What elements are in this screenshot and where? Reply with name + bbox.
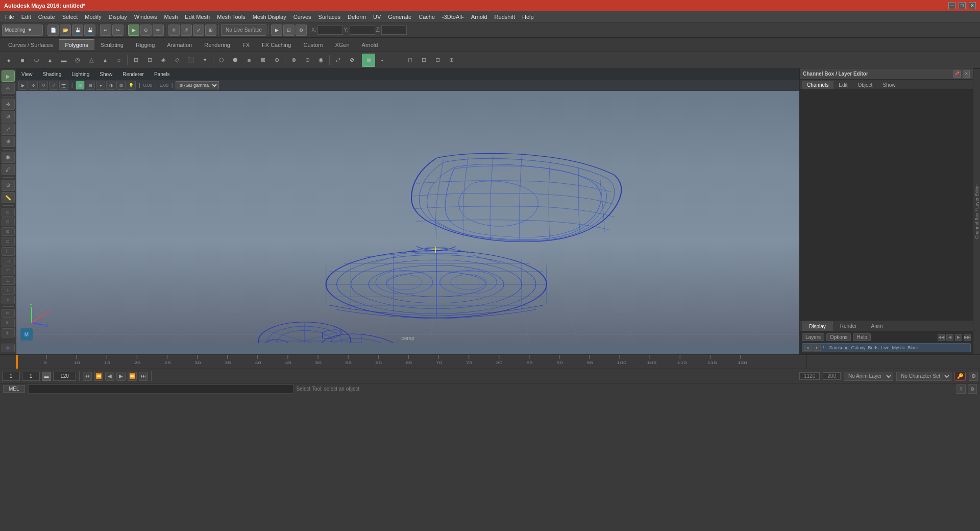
playback-indicator[interactable]: ▬ bbox=[42, 372, 51, 381]
menu-item-edit-mesh[interactable]: Edit Mesh bbox=[182, 13, 213, 21]
tab-arnold[interactable]: Arnold bbox=[356, 40, 384, 50]
layer-playback-indicator[interactable]: P bbox=[814, 345, 821, 351]
viewport-shading-menu[interactable]: Shading bbox=[41, 70, 64, 78]
undo-button[interactable]: ↩ bbox=[100, 25, 111, 36]
tab-animation[interactable]: Animation bbox=[161, 40, 198, 50]
layer-next-btn[interactable]: ▶▶ bbox=[964, 334, 971, 341]
prism-icon-btn[interactable]: △ bbox=[85, 54, 98, 67]
render-button[interactable]: ▶ bbox=[271, 25, 282, 36]
workspace-dropdown[interactable]: Modeling ▼ bbox=[2, 25, 43, 36]
extra-tool-11[interactable]: ⊨ bbox=[2, 309, 15, 318]
subdiv-icon-btn[interactable]: ⊟ bbox=[143, 54, 156, 67]
open-scene-button[interactable]: 📂 bbox=[60, 25, 71, 36]
save-scene-button[interactable]: 💾 bbox=[72, 25, 83, 36]
viewport-renderer-menu[interactable]: Renderer bbox=[120, 70, 146, 78]
rotate-tool-btn[interactable]: ↺ bbox=[2, 111, 15, 122]
vp-shaded-btn[interactable]: ◑ bbox=[106, 81, 115, 90]
extrude-icon-btn[interactable]: ⬡ bbox=[215, 54, 228, 67]
viewport-view-menu[interactable]: View bbox=[19, 70, 35, 78]
save-as-button[interactable]: 💾 bbox=[84, 25, 95, 36]
channel-box-pin-btn[interactable]: 📌 bbox=[953, 70, 961, 78]
uvset-mode-btn[interactable]: ⊟ bbox=[431, 54, 444, 67]
universal-tool-btn[interactable]: ⊕ bbox=[2, 136, 15, 147]
extra-tool-13[interactable]: ⊪ bbox=[2, 328, 15, 337]
vp-grid-btn[interactable]: ⊞ bbox=[76, 81, 85, 90]
fill-icon-btn[interactable]: ⬛ bbox=[184, 54, 198, 67]
quad-icon-btn[interactable]: ◇ bbox=[170, 54, 184, 67]
render-settings-button[interactable]: ⚙ bbox=[296, 25, 307, 36]
paint-select-button[interactable]: ✏ bbox=[153, 25, 164, 36]
gamma-select[interactable]: sRGB gamma bbox=[176, 81, 219, 89]
tab-rendering[interactable]: Rendering bbox=[198, 40, 236, 50]
menu-item-uv[interactable]: UV bbox=[370, 13, 384, 21]
boolean-icon-btn[interactable]: ⊕ bbox=[270, 54, 283, 67]
go-to-end-btn[interactable]: ⏭ bbox=[139, 372, 148, 381]
select-button[interactable]: ▶ bbox=[128, 25, 139, 36]
redo-button[interactable]: ↪ bbox=[112, 25, 124, 36]
x-coord-input[interactable] bbox=[317, 26, 343, 35]
menu-item-mesh-tools[interactable]: Mesh Tools bbox=[214, 13, 248, 21]
settings-btn[interactable]: ⚙ bbox=[969, 372, 978, 381]
cone-icon-btn[interactable]: ▲ bbox=[43, 54, 57, 67]
end-frame-input[interactable] bbox=[53, 372, 76, 381]
menu-item-cache[interactable]: Cache bbox=[415, 13, 438, 21]
bridge-icon-btn[interactable]: ≡ bbox=[242, 54, 256, 67]
scale-button[interactable]: ⤢ bbox=[193, 25, 204, 36]
auto-key-btn[interactable]: 🔑 bbox=[954, 372, 966, 381]
vp-light-btn[interactable]: 💡 bbox=[127, 81, 136, 90]
dra-tab-render[interactable]: Render bbox=[833, 322, 864, 331]
extra-tool-10[interactable]: ⊧ bbox=[2, 296, 15, 304]
cb-tab-edit[interactable]: Edit bbox=[834, 81, 852, 89]
menu-item-display[interactable]: Display bbox=[106, 13, 130, 21]
transform-button[interactable]: ⊞ bbox=[205, 25, 216, 36]
layer-fwd-btn[interactable]: ▶ bbox=[955, 334, 962, 341]
menu-item-mesh[interactable]: Mesh bbox=[161, 13, 181, 21]
menu-item-edit[interactable]: Edit bbox=[18, 13, 34, 21]
uvshell-mode-btn[interactable]: ⊡ bbox=[417, 54, 430, 67]
timeline-area[interactable]: 5 10 15 20 25 30 35 40 45 50 5 bbox=[0, 354, 980, 369]
help-tab[interactable]: Help bbox=[853, 333, 871, 341]
lasso-button[interactable]: ⊙ bbox=[140, 25, 152, 36]
side-tab-channel-box[interactable]: Channel Box / Layer Editor bbox=[973, 68, 980, 354]
face-mode-btn[interactable]: ◻ bbox=[403, 54, 416, 67]
channel-box-close-btn[interactable]: ✕ bbox=[963, 70, 970, 78]
move-tool-btn[interactable]: ✛ bbox=[2, 99, 15, 110]
poke-icon-btn[interactable]: ✦ bbox=[198, 54, 211, 67]
close-button[interactable]: ✕ bbox=[969, 2, 976, 9]
softmod-tool-btn[interactable]: ◉ bbox=[2, 152, 15, 163]
vp-textured-btn[interactable]: ⊠ bbox=[116, 81, 126, 90]
menu-item-file[interactable]: File bbox=[2, 13, 17, 21]
pyramid-icon-btn[interactable]: ▲ bbox=[99, 54, 112, 67]
cb-tab-channels[interactable]: Channels bbox=[802, 81, 834, 89]
z-coord-input[interactable] bbox=[381, 26, 407, 35]
sculpt-tool-btn[interactable]: 🖊 bbox=[2, 164, 15, 175]
bottom-settings-btn[interactable]: ⚙ bbox=[968, 384, 977, 394]
extra-tool-12[interactable]: ⊩ bbox=[2, 319, 15, 327]
bevel-icon-btn[interactable]: ⬢ bbox=[229, 54, 242, 67]
vp-scale-btn[interactable]: ⤢ bbox=[49, 81, 58, 90]
vp-camera-btn[interactable]: 📷 bbox=[59, 81, 68, 90]
object-mode-btn[interactable]: ◼ bbox=[362, 54, 375, 67]
dra-tab-display[interactable]: Display bbox=[802, 322, 833, 331]
mel-tab[interactable]: MEL bbox=[3, 385, 25, 393]
menu-item-surfaces[interactable]: Surfaces bbox=[315, 13, 344, 21]
conform-icon-btn[interactable]: ◉ bbox=[314, 54, 328, 67]
layer-visible-indicator[interactable]: V bbox=[804, 345, 812, 351]
torus-icon-btn[interactable]: ◎ bbox=[71, 54, 84, 67]
prev-frame-btn[interactable]: ◀ bbox=[105, 372, 114, 381]
tab-xgen[interactable]: XGen bbox=[329, 40, 355, 50]
paint-tool-btn[interactable]: ✏ bbox=[2, 83, 15, 94]
plane-icon-btn[interactable]: ▬ bbox=[57, 54, 70, 67]
extra-tool-6[interactable]: ⊣ bbox=[2, 257, 15, 266]
transfer-icon-btn[interactable]: ⇄ bbox=[331, 54, 345, 67]
minimize-button[interactable]: — bbox=[948, 2, 955, 9]
new-scene-button[interactable]: 📄 bbox=[47, 25, 59, 36]
start-frame-input[interactable] bbox=[2, 372, 20, 381]
go-to-start-btn[interactable]: ⏮ bbox=[83, 372, 92, 381]
cb-tab-show[interactable]: Show bbox=[877, 81, 900, 89]
extra-tool-4[interactable]: ⊡ bbox=[2, 237, 15, 246]
cube-icon-btn[interactable]: ■ bbox=[16, 54, 29, 67]
layers-tab[interactable]: Layers bbox=[802, 333, 824, 341]
extra-tool-7[interactable]: ⊤ bbox=[2, 267, 15, 275]
tab-polygons[interactable]: Polygons bbox=[59, 39, 94, 50]
